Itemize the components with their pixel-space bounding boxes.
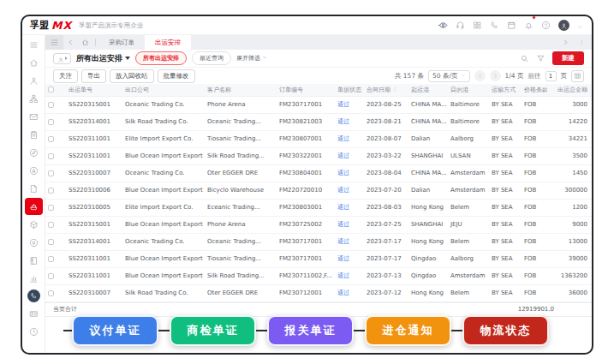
sidebar-item-contacts[interactable] [25,72,43,89]
column-settings-icon[interactable] [571,70,584,82]
flow-button-4[interactable]: 进仓通知 [365,315,451,346]
next-page-button[interactable] [490,70,501,81]
cell-status-link[interactable]: 通过 [335,182,364,199]
sidebar-item-organization[interactable] [25,90,43,107]
calendar-icon[interactable] [507,17,516,33]
filter-funnel-icon[interactable] [536,51,545,67]
cell-status-link[interactable]: 通过 [335,130,364,147]
row-checkbox[interactable] [48,239,54,245]
col-total-amount[interactable]: 出运总金额 [547,84,590,96]
table-row[interactable]: SS220311001 Blue Ocean Import Export Co.… [45,267,593,284]
cell-status-link[interactable]: 通过 [335,284,364,301]
sidebar-item-products[interactable] [25,216,43,233]
row-checkbox[interactable] [48,273,54,279]
new-button[interactable]: 新建 [552,51,584,65]
table-row[interactable]: SS220310006 Blue Ocean Import Export Co.… [45,182,593,199]
home-tab-icon[interactable] [78,35,92,50]
col-status[interactable]: 单据状态 [335,84,364,96]
row-checkbox[interactable] [48,170,54,176]
cell-status-link[interactable]: 通过 [335,250,364,267]
back-chevron-icon[interactable] [63,35,78,50]
sidebar-item-documents[interactable] [25,180,43,197]
col-price-terms[interactable]: 价格条款 [522,84,547,96]
table-row[interactable]: SS220314001 Silk Road Trading Co. Oceani… [45,113,593,130]
row-checkbox[interactable] [48,119,54,125]
page-size-select[interactable]: 50 条/页 [428,70,469,82]
tab-purchase-order[interactable]: 采购订单 [98,35,145,50]
flow-button-3[interactable]: 报关单证 [267,315,354,346]
sidebar-item-messages[interactable] [25,108,43,125]
row-checkbox[interactable] [48,153,54,159]
table-row[interactable]: SS220310007 Silk Road Trading Co. Oter E… [45,284,593,301]
sidebar-item-help[interactable] [25,323,43,340]
apps-grid-icon[interactable] [473,17,482,33]
cell-status-link[interactable]: 通过 [335,216,364,233]
view-switcher-icon[interactable] [53,53,71,64]
sidebar-item-home[interactable] [25,54,43,71]
table-row[interactable]: SS220310005 Elite Import Export Co. Ecea… [45,199,593,216]
col-transport[interactable]: 运输方式 [489,84,522,96]
row-checkbox[interactable] [48,256,54,262]
filter-pill-recent-query[interactable]: 最近查询 [192,51,231,65]
cell-status-link[interactable]: 通过 [335,113,364,130]
table-row[interactable]: SS220314001 Oceanic Trading Co. Oceanic … [45,233,593,250]
headset-icon[interactable] [456,17,465,33]
sidebar-item-approvals[interactable] [25,126,43,143]
col-ship-no[interactable]: 出运单号 [66,84,122,96]
expand-filters[interactable]: 展开筛选 [236,54,267,63]
export-button[interactable]: 导出 [81,69,106,83]
sidebar-item-shipping[interactable] [25,198,43,215]
flow-button-5[interactable]: 物流状态 [462,315,549,346]
row-checkbox[interactable] [48,136,54,142]
cell-status-link[interactable]: 通过 [335,233,364,250]
cell-status-link[interactable]: 通过 [335,199,364,216]
cell-status-link[interactable]: 通过 [335,164,364,182]
recycle-bin-button[interactable]: 放入回收站 [110,69,154,83]
phone-icon[interactable] [490,17,499,33]
tabs-scroll-right-icon[interactable] [558,35,573,50]
table-row[interactable]: SS220311001 Blue Ocean Import Export Co.… [45,147,593,164]
notifications-bell-icon[interactable] [524,17,534,33]
sidebar-item-discover[interactable] [25,144,43,161]
row-checkbox[interactable] [48,188,54,194]
cell-status-link[interactable]: 通过 [335,147,364,164]
list-view-title[interactable]: 所有出运安排 [76,53,130,64]
filter-pill-all-shipments[interactable]: 所有出运安排 [135,51,187,65]
tab-shipping-arrangement[interactable]: 出运安排 [145,35,191,50]
select-all-checkbox[interactable] [48,87,54,92]
row-checkbox[interactable] [48,222,54,228]
flow-button-1[interactable]: 议付单证 [72,315,158,346]
col-customer[interactable]: 客户名称 [205,84,277,96]
col-order-no[interactable]: 订单编号 [277,84,335,96]
col-origin-port[interactable]: 起运港 [408,84,448,96]
col-contract-date[interactable]: 合同日期 [364,84,408,96]
sidebar-item-collapse-menu[interactable] [25,36,43,53]
sidebar-item-assistant[interactable] [25,162,43,179]
sidebar-item-id-card[interactable] [25,305,43,322]
search-icon[interactable] [520,51,529,67]
sidebar-item-support-phone[interactable] [27,289,40,302]
table-row[interactable]: SS220311001 Elite Import Export Co. Tios… [45,130,593,147]
flow-button-2[interactable]: 商检单证 [170,315,256,346]
eye-icon[interactable] [438,17,448,33]
table-row[interactable]: SS220311001 Blue Ocean Import Export Co.… [45,250,593,267]
col-dest-port[interactable]: 目的港 [448,84,489,96]
follow-button[interactable]: 关注 [53,69,78,83]
table-row[interactable]: SS220315001 Blue Ocean Import Export Co.… [45,216,593,233]
row-checkbox[interactable] [48,290,54,296]
goto-page-input[interactable] [545,71,557,81]
cell-status-link[interactable]: 通过 [335,96,364,113]
sidebar-item-ledger[interactable] [25,252,43,269]
row-checkbox[interactable] [48,102,54,108]
row-checkbox[interactable] [48,205,54,211]
sidebar-toggle-icon[interactable] [45,35,63,50]
table-row[interactable]: SS220315001 Oceanic Trading Co. Phone Ar… [45,96,593,113]
col-creator[interactable]: 创建人 [590,84,593,96]
tabs-more-icon[interactable] [575,35,589,50]
col-exporter[interactable]: 出口公司 [122,84,205,96]
table-row[interactable]: SS220310007 Oceanic Trading Co. Oter EGG… [45,164,593,182]
sidebar-item-reports[interactable] [25,270,43,287]
cell-status-link[interactable]: 通过 [335,267,364,284]
batch-edit-button[interactable]: 批量修改 [158,69,195,83]
avatar[interactable] [558,20,569,31]
